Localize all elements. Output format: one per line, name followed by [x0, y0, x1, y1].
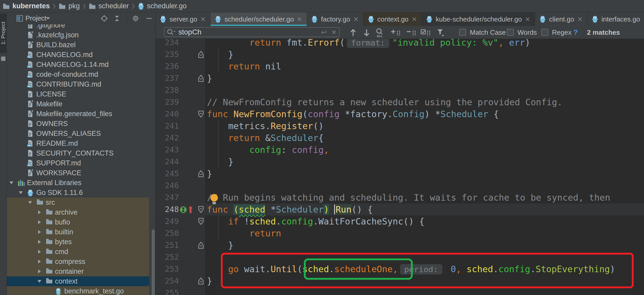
fold-marker-icon[interactable] — [198, 74, 204, 83]
add-selection-button[interactable] — [389, 28, 402, 37]
chevron-down-icon[interactable] — [18, 190, 23, 195]
editor-tab-kube-scheduler/scheduler.go[interactable]: kube-scheduler/scheduler.go — [422, 12, 535, 26]
line-number[interactable]: 240 — [156, 108, 179, 120]
line-number[interactable]: 236 — [156, 60, 179, 72]
close-icon[interactable] — [200, 17, 206, 22]
gear-icon[interactable] — [132, 12, 139, 24]
tool-window-button-project[interactable]: 1: Project — [0, 13, 6, 53]
fold-marker-icon[interactable] — [198, 206, 204, 214]
fold-marker-icon[interactable] — [198, 217, 204, 226]
clear-search-icon[interactable] — [331, 29, 337, 35]
tree-item-OWNERS[interactable]: OWNERS — [7, 119, 149, 129]
implements-icon[interactable] — [179, 206, 187, 214]
line-number[interactable]: 246 — [156, 180, 179, 192]
select-all-occurrences-button[interactable] — [419, 28, 432, 37]
chevron-right-icon[interactable] — [37, 259, 42, 264]
tree-item-context[interactable]: context — [7, 276, 149, 286]
code-line-245[interactable]: 245} — [156, 168, 644, 180]
breadcrumb-item-pkg[interactable]: pkg — [59, 2, 80, 10]
chevron-right-icon[interactable] — [37, 220, 42, 225]
line-number[interactable]: 243 — [156, 144, 179, 156]
code-line-240[interactable]: 240func NewFromConfig(config *factory.Co… — [156, 108, 644, 120]
chevron-right-icon[interactable] — [37, 239, 42, 244]
tree-item-External Libraries[interactable]: External Libraries — [7, 178, 149, 188]
editor-tab-factory.go[interactable]: factory.go — [307, 12, 363, 26]
words-checkbox[interactable] — [507, 29, 514, 36]
match-case-label[interactable]: Match Case — [470, 26, 506, 39]
line-number[interactable]: 250 — [156, 227, 179, 239]
tree-item-CONTRIBUTING.md[interactable]: MDCONTRIBUTING.md — [7, 79, 149, 89]
code-line-237[interactable]: 237} — [156, 72, 644, 84]
tree-item-LICENSE[interactable]: LICENSE — [7, 89, 149, 99]
tree-item-container[interactable]: container — [7, 266, 149, 276]
chevron-right-icon[interactable] — [37, 249, 42, 254]
tree-item-CHANGELOG.md[interactable]: MDCHANGELOG.md — [7, 50, 149, 60]
code-line-235[interactable]: 235 } — [156, 48, 644, 60]
chevron-right-icon[interactable] — [37, 229, 42, 235]
words-label[interactable]: Words — [517, 26, 537, 39]
line-number[interactable]: 247 — [156, 192, 179, 203]
line-number[interactable]: 254 — [156, 275, 179, 287]
code-line-255[interactable]: 255 — [156, 287, 644, 295]
tree-item-OWNERS_ALIASES[interactable]: OWNERS_ALIASES — [7, 129, 149, 138]
close-icon[interactable] — [577, 17, 583, 22]
collapse-all-button[interactable] — [114, 12, 120, 24]
code-line-248[interactable]: 248func (sched *Scheduler) Run() { — [156, 203, 644, 215]
tree-item-cmd[interactable]: cmd — [7, 247, 149, 257]
line-number[interactable]: 244 — [156, 156, 179, 168]
tree-item-compress[interactable]: compress — [7, 257, 149, 266]
chevron-right-icon[interactable] — [37, 210, 42, 215]
code-line-244[interactable]: 244 } — [156, 156, 644, 168]
editor-tab-context.go[interactable]: context.go — [363, 12, 422, 26]
line-number[interactable]: 255 — [156, 287, 179, 295]
editor-tab-client.go[interactable]: client.go — [535, 12, 587, 26]
tree-item-BUILD.bazel[interactable]: BUILD.bazel — [7, 40, 149, 50]
line-number[interactable]: 242 — [156, 132, 179, 144]
code-line-238[interactable]: 238 — [156, 84, 644, 96]
tree-item-benchmark_test.go[interactable]: benchmark_test.go — [7, 286, 149, 295]
line-number[interactable]: 234 — [156, 39, 179, 48]
find-all-button[interactable]: ALL — [373, 28, 385, 37]
code-line-241[interactable]: 241 metrics.Register() — [156, 120, 644, 132]
filter-search-results-button[interactable] — [435, 28, 446, 37]
code-line-247[interactable]: 247// Run begins watching and scheduling… — [156, 192, 644, 203]
tree-item-README.md[interactable]: MDREADME.md — [7, 138, 149, 148]
locate-file-button[interactable] — [101, 12, 108, 24]
close-icon[interactable] — [353, 17, 359, 22]
line-number[interactable]: 248 — [156, 203, 179, 215]
intention-bulb-icon[interactable] — [209, 193, 219, 205]
tree-item-builtin[interactable]: builtin — [7, 227, 149, 237]
code-line-242[interactable]: 242 return &Scheduler{ — [156, 132, 644, 144]
project-panel-title[interactable]: Project — [25, 12, 46, 24]
tree-item-src[interactable]: src — [7, 198, 149, 207]
fold-marker-icon[interactable] — [198, 277, 204, 286]
chevron-down-icon[interactable] — [37, 279, 42, 284]
tool-stripe-icon[interactable] — [1, 57, 5, 61]
tree-item-CHANGELOG-1.14.md[interactable]: MDCHANGELOG-1.14.md — [7, 60, 149, 69]
tree-item-SECURITY_CONTACTS[interactable]: SECURITY_CONTACTS — [7, 148, 149, 158]
hide-panel-button[interactable] — [146, 12, 152, 24]
code-line-239[interactable]: 239// NewFromConfig returns a new schedu… — [156, 96, 644, 108]
remove-selection-button[interactable] — [405, 28, 418, 37]
tree-item-Makefile[interactable]: Makefile — [7, 99, 149, 109]
search-icon[interactable] — [166, 28, 176, 36]
fold-marker-icon[interactable] — [198, 170, 204, 179]
tree-item-bytes[interactable]: bytes — [7, 237, 149, 247]
close-icon[interactable] — [412, 17, 417, 22]
code-editor[interactable]: 234 return fmt.Errorf(format:"invalid po… — [156, 39, 644, 295]
tree-item-WORKSPACE[interactable]: WORKSPACE — [7, 168, 149, 178]
fold-marker-icon[interactable] — [198, 241, 204, 250]
line-number[interactable]: 251 — [156, 239, 179, 251]
tree-item-archive[interactable]: archive — [7, 207, 149, 217]
tree-item-bufio[interactable]: bufio — [7, 217, 149, 227]
code-line-234[interactable]: 234 return fmt.Errorf(format:"invalid po… — [156, 39, 644, 48]
line-number[interactable]: 249 — [156, 215, 179, 227]
fold-marker-icon[interactable] — [198, 110, 204, 119]
close-icon[interactable] — [525, 17, 530, 22]
tree-item-Makefile.generated_files[interactable]: Makefile.generated_files — [7, 109, 149, 119]
editor-tab-server.go[interactable]: server.go — [156, 12, 211, 26]
code-line-253[interactable]: 253 go wait.Until(sched.scheduleOne,peri… — [156, 263, 644, 275]
breadcrumb-item-scheduler.go[interactable]: scheduler.go — [138, 2, 187, 10]
breadcrumb-item-scheduler[interactable]: scheduler — [89, 2, 129, 10]
code-line-254[interactable]: 254} — [156, 275, 644, 287]
